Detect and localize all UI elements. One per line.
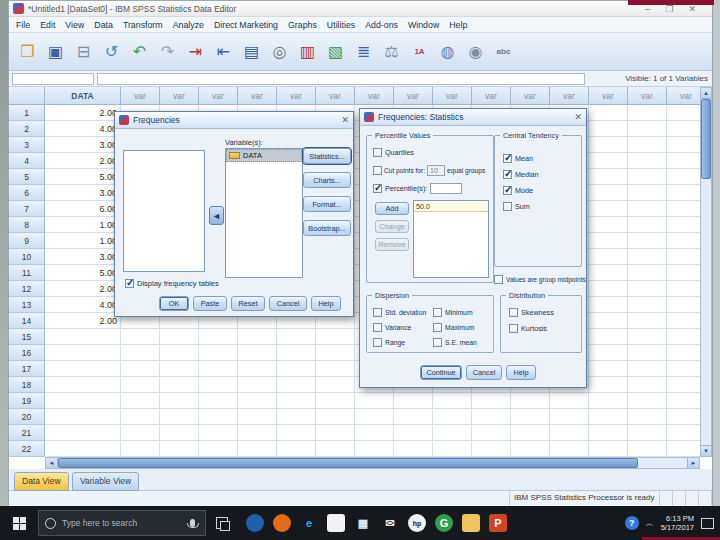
calculator-icon[interactable]: ▦ xyxy=(354,514,372,532)
empty-cell[interactable] xyxy=(199,425,238,441)
empty-cell[interactable] xyxy=(589,393,628,409)
menu-analyze[interactable]: Analyze xyxy=(168,18,209,32)
empty-cell[interactable] xyxy=(628,169,667,185)
empty-cell[interactable] xyxy=(589,169,628,185)
column-header-var[interactable]: var xyxy=(511,87,550,105)
cut-points-checkbox[interactable] xyxy=(373,166,382,175)
empty-cell[interactable] xyxy=(316,393,355,409)
empty-cell[interactable] xyxy=(628,137,667,153)
empty-cell[interactable] xyxy=(121,329,160,345)
goto-variable-icon[interactable]: ⇤ xyxy=(211,38,236,66)
open-data-icon[interactable]: ❐ xyxy=(15,38,40,66)
column-header-var[interactable]: var xyxy=(355,87,394,105)
redo-icon[interactable]: ↷ xyxy=(155,38,180,66)
data-cell[interactable]: 4.00 xyxy=(45,121,121,137)
empty-cell[interactable] xyxy=(277,329,316,345)
horizontal-scroll-thumb[interactable] xyxy=(58,458,638,468)
menu-transform[interactable]: Transform xyxy=(118,18,168,32)
empty-cell[interactable] xyxy=(628,281,667,297)
column-header-var[interactable]: var xyxy=(238,87,277,105)
remove-button[interactable]: Remove xyxy=(375,238,409,251)
statistics-button[interactable]: Statistics... xyxy=(303,148,351,164)
menu-edit[interactable]: Edit xyxy=(35,18,60,32)
empty-cell[interactable] xyxy=(472,425,511,441)
empty-cell[interactable] xyxy=(589,153,628,169)
selected-variable-list[interactable]: DATA xyxy=(225,148,303,278)
empty-cell[interactable] xyxy=(628,105,667,121)
column-header-var[interactable]: var xyxy=(433,87,472,105)
file-explorer-icon[interactable] xyxy=(462,514,480,532)
dialog-titlebar[interactable]: Frequencies ✕ xyxy=(115,112,353,129)
range-checkbox[interactable] xyxy=(373,338,382,347)
groove-icon[interactable]: G xyxy=(435,514,453,532)
data-cell[interactable]: 2.00 xyxy=(45,313,121,329)
window-titlebar[interactable]: *Untitled1 [DataSet0] - IBM SPSS Statist… xyxy=(9,1,712,17)
data-cell[interactable]: 2.00 xyxy=(45,105,121,121)
empty-cell[interactable] xyxy=(238,393,277,409)
insert-cases-icon[interactable]: ▥ xyxy=(295,38,320,66)
goto-case-icon[interactable]: ⇥ xyxy=(183,38,208,66)
empty-cell[interactable] xyxy=(160,361,199,377)
edge-icon[interactable]: e xyxy=(300,514,318,532)
menu-utilities[interactable]: Utilities xyxy=(322,18,360,32)
cut-points-input[interactable]: 10 xyxy=(427,165,445,176)
empty-cell[interactable] xyxy=(433,393,472,409)
format-button[interactable]: Format... xyxy=(303,196,351,212)
list-item-data-variable[interactable]: DATA xyxy=(226,149,302,162)
data-cell[interactable] xyxy=(45,425,121,441)
data-cell[interactable]: 3.00 xyxy=(45,185,121,201)
empty-cell[interactable] xyxy=(160,345,199,361)
empty-cell[interactable] xyxy=(355,441,394,457)
empty-cell[interactable] xyxy=(121,393,160,409)
empty-cell[interactable] xyxy=(628,265,667,281)
tab-data-view[interactable]: Data View xyxy=(14,472,69,491)
data-cell[interactable] xyxy=(45,329,121,345)
empty-cell[interactable] xyxy=(433,425,472,441)
data-cell[interactable] xyxy=(45,393,121,409)
grid-corner-cell[interactable] xyxy=(9,87,45,105)
quartiles-checkbox[interactable] xyxy=(373,148,382,157)
maximum-checkbox[interactable] xyxy=(433,323,442,332)
value-labels-icon[interactable]: 1A xyxy=(407,38,432,66)
percentile-input[interactable] xyxy=(430,183,462,194)
empty-cell[interactable] xyxy=(238,425,277,441)
column-header-var[interactable]: var xyxy=(589,87,628,105)
empty-cell[interactable] xyxy=(277,393,316,409)
empty-cell[interactable] xyxy=(511,393,550,409)
empty-cell[interactable] xyxy=(628,297,667,313)
row-number[interactable]: 8 xyxy=(9,217,45,233)
empty-cell[interactable] xyxy=(160,377,199,393)
column-header-var[interactable]: var xyxy=(121,87,160,105)
empty-cell[interactable] xyxy=(511,409,550,425)
use-variable-sets-icon[interactable]: ◍ xyxy=(435,38,460,66)
menu-file[interactable]: File xyxy=(11,18,35,32)
empty-cell[interactable] xyxy=(121,377,160,393)
empty-cell[interactable] xyxy=(511,441,550,457)
empty-cell[interactable] xyxy=(589,105,628,121)
tab-variable-view[interactable]: Variable View xyxy=(72,472,139,491)
empty-cell[interactable] xyxy=(277,361,316,377)
row-number[interactable]: 17 xyxy=(9,361,45,377)
empty-cell[interactable] xyxy=(238,345,277,361)
microphone-icon[interactable] xyxy=(190,519,195,527)
vertical-scrollbar[interactable]: ▲ ▼ xyxy=(700,87,712,457)
empty-cell[interactable] xyxy=(433,441,472,457)
empty-cell[interactable] xyxy=(589,425,628,441)
empty-cell[interactable] xyxy=(589,185,628,201)
empty-cell[interactable] xyxy=(316,361,355,377)
change-button[interactable]: Change xyxy=(375,220,409,233)
source-variable-list[interactable] xyxy=(123,150,205,272)
mail-icon[interactable]: ✉ xyxy=(381,514,399,532)
empty-cell[interactable] xyxy=(589,249,628,265)
print-icon[interactable]: ⊟ xyxy=(71,38,96,66)
empty-cell[interactable] xyxy=(238,329,277,345)
scroll-up-icon[interactable]: ▲ xyxy=(701,88,711,99)
data-cell[interactable] xyxy=(45,345,121,361)
weight-cases-icon[interactable]: ⚖ xyxy=(379,38,404,66)
start-button[interactable] xyxy=(0,506,38,540)
se-mean-checkbox[interactable] xyxy=(433,338,442,347)
empty-cell[interactable] xyxy=(355,409,394,425)
undo-icon[interactable]: ↶ xyxy=(127,38,152,66)
empty-cell[interactable] xyxy=(589,409,628,425)
empty-cell[interactable] xyxy=(316,425,355,441)
